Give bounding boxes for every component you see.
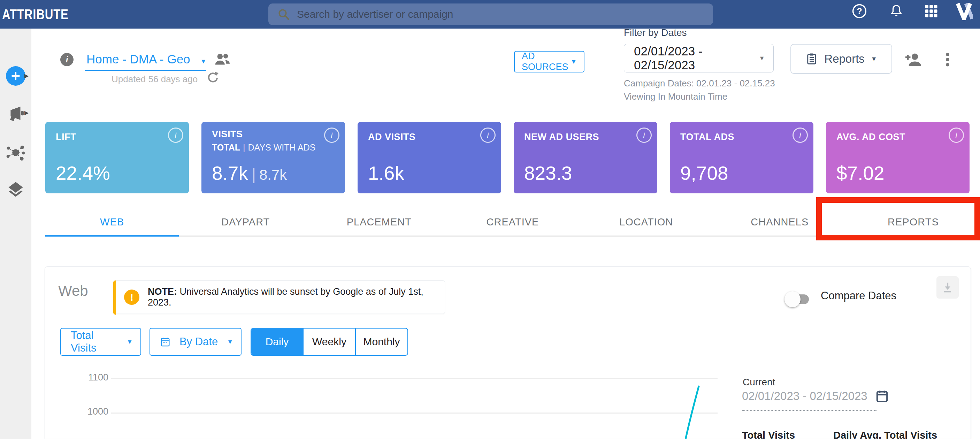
note-bold: NOTE: <box>148 286 177 297</box>
current-date-range-field[interactable]: 02/01/2023 - 02/15/2023 <box>742 389 889 403</box>
tab-location[interactable]: LOCATION <box>579 208 713 235</box>
group-by-dropdown[interactable]: By Date ▼ <box>150 328 242 356</box>
apps-grid-button[interactable] <box>923 3 940 19</box>
reports-button-label: Reports <box>824 52 865 65</box>
sidebar-item-network[interactable] <box>0 143 31 162</box>
granularity-segmented-control: Daily Weekly Monthly <box>251 328 408 356</box>
campaign-dates-text: Campaign Dates: 02.01.23 - 02.15.23 <box>624 78 775 89</box>
info-icon[interactable]: i <box>168 127 183 143</box>
warning-icon: ! <box>124 289 139 305</box>
add-user-icon[interactable] <box>903 50 924 69</box>
annotation-highlight-reports-tab <box>816 197 980 240</box>
card-label: AVG. AD COST <box>837 132 959 143</box>
app-root: ATTRIBUTE ? <box>0 0 980 439</box>
card-label: NEW AD USERS <box>524 132 647 143</box>
global-search[interactable] <box>268 3 713 25</box>
card-value: $7.02 <box>837 162 885 184</box>
view-underline <box>85 70 206 71</box>
metric-dropdown-value: Total Visits <box>71 329 121 354</box>
note-text: NOTE: Universal Analytics will be sunset… <box>148 286 445 308</box>
search-input[interactable] <box>297 8 704 20</box>
y-tick-1100: 1100 <box>84 372 108 383</box>
toggle-knob <box>784 291 800 307</box>
layers-icon <box>6 180 25 199</box>
card-value: 1.6k <box>368 162 404 184</box>
left-rail: ▶ ▶ <box>0 29 31 439</box>
granularity-monthly[interactable]: Monthly <box>355 329 407 355</box>
info-icon[interactable]: i <box>792 127 808 143</box>
tab-placement[interactable]: PLACEMENT <box>312 208 446 235</box>
shared-users-icon[interactable] <box>214 52 231 67</box>
tab-daypart[interactable]: DAYPART <box>179 208 312 235</box>
chevron-down-icon: ▼ <box>127 338 133 346</box>
top-app-bar: ATTRIBUTE ? <box>0 0 980 29</box>
info-icon[interactable]: i <box>636 127 652 143</box>
metric-card-ad-visits: AD VISITS i 1.6k <box>358 122 501 193</box>
card-label: LIFT <box>56 132 178 143</box>
card-sublabel-days: DAYS WITH ADS <box>248 143 316 152</box>
granularity-weekly[interactable]: Weekly <box>303 329 355 355</box>
brand-v-logo-icon <box>956 3 973 19</box>
metric-dropdown[interactable]: Total Visits ▼ <box>60 328 141 356</box>
view-selector[interactable]: Home - DMA - Geo ▼ <box>86 52 207 66</box>
card-sublabel-total: TOTAL <box>212 143 240 152</box>
card-label: VISITS <box>212 129 334 140</box>
download-button[interactable] <box>936 276 959 299</box>
calendar-icon <box>875 389 889 403</box>
search-icon <box>277 8 290 21</box>
network-hub-icon <box>6 143 25 162</box>
help-icon: ? <box>851 3 867 19</box>
compare-dates-label: Compare Dates <box>821 289 896 302</box>
divider: | <box>248 165 259 183</box>
tab-web[interactable]: WEB <box>45 208 179 235</box>
calendar-icon <box>160 337 170 347</box>
compare-dates-toggle[interactable] <box>787 294 809 304</box>
card-sublabel: TOTAL|DAYS WITH ADS <box>212 143 334 153</box>
info-icon[interactable]: i <box>480 127 496 143</box>
panel-title: Web <box>58 283 88 299</box>
refresh-icon[interactable] <box>206 71 220 84</box>
metric-card-visits: VISITS TOTAL|DAYS WITH ADS i 8.7k|8.7k <box>201 122 345 193</box>
date-range-value: 02/01/2023 - 02/15/2023 <box>634 44 759 72</box>
notifications-button[interactable] <box>888 3 905 19</box>
card-value: 823.3 <box>524 162 572 184</box>
clipboard-icon <box>805 52 818 65</box>
bell-icon <box>889 3 904 19</box>
granularity-daily[interactable]: Daily <box>251 329 303 355</box>
note-body: Universal Analytics will be sunset by Go… <box>148 286 423 308</box>
info-icon[interactable]: i <box>324 127 339 143</box>
gridline <box>111 378 718 379</box>
info-icon[interactable]: i <box>949 127 964 143</box>
last-updated-text: Updated 56 days ago <box>111 74 197 85</box>
active-tab-indicator <box>45 235 179 237</box>
expand-caret-icon[interactable]: ▶ <box>24 110 29 116</box>
stat-col-daily-avg: Daily Avg. Total Visits <box>833 429 937 439</box>
ad-sources-dropdown[interactable]: AD SOURCES ▼ <box>514 51 584 73</box>
kebab-menu-icon[interactable] <box>939 51 956 68</box>
current-label: Current <box>743 377 775 388</box>
card-value: 9,708 <box>680 162 729 184</box>
timezone-text: Viewing In Mountain Time <box>624 91 727 102</box>
view-info-icon[interactable]: i <box>60 53 73 66</box>
apps-grid-icon <box>924 4 939 19</box>
metric-card-lift: LIFT i 22.4% <box>45 122 189 193</box>
megaphone-icon <box>6 104 25 122</box>
metric-card-new-ad-users: NEW AD USERS i 823.3 <box>514 122 657 193</box>
metric-card-avg-ad-cost: AVG. AD COST i $7.02 <box>826 122 970 193</box>
card-value-total: 8.7k <box>212 162 248 184</box>
expand-caret-icon[interactable]: ▶ <box>24 73 29 79</box>
app-logo: ATTRIBUTE <box>2 0 68 29</box>
sidebar-item-layers[interactable] <box>0 180 31 199</box>
current-date-range-value: 02/01/2023 - 02/15/2023 <box>742 390 867 403</box>
reports-menu-button[interactable]: Reports ▼ <box>791 44 892 74</box>
date-range-dropdown[interactable]: 02/01/2023 - 02/15/2023 ▼ <box>624 44 774 73</box>
chevron-down-icon: ▼ <box>227 338 233 346</box>
card-label: TOTAL ADS <box>680 132 803 143</box>
plus-icon <box>6 66 25 86</box>
web-panel: Web ! NOTE: Universal Analytics will be … <box>45 266 971 439</box>
help-button[interactable]: ? <box>851 3 868 19</box>
total-visits-line-series <box>680 383 718 439</box>
tab-creative[interactable]: CREATIVE <box>446 208 579 235</box>
download-icon <box>942 282 953 293</box>
stat-col-total-visits: Total Visits <box>742 429 795 439</box>
